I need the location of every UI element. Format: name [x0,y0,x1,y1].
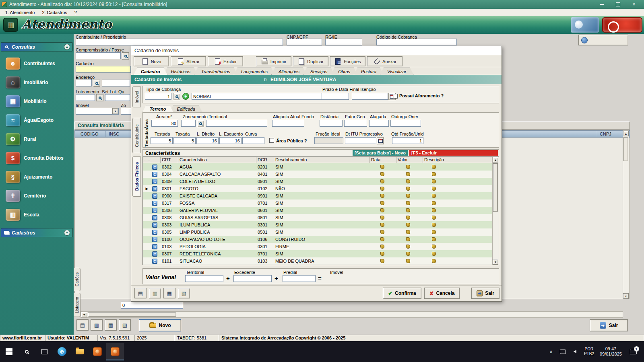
valor-stamp-icon[interactable] [406,208,410,212]
endereco-nome-input[interactable] [102,80,130,86]
taxada-input[interactable] [173,137,196,144]
descricao-stamp-icon[interactable] [432,194,436,198]
consulta-table-scrollbar[interactable] [623,130,629,299]
sidebar-section-cadastros[interactable]: Cadastros ▼ [1,228,73,237]
data-stamp-icon[interactable] [380,230,384,234]
scroll-up-icon[interactable] [493,157,498,162]
characteristic-row[interactable]: C0306GALERIA FLUVIAL0601SIM [143,207,492,214]
distancia-input[interactable] [320,120,343,127]
prazo-input[interactable] [322,93,349,100]
grid-view-button-1[interactable]: ▤ [76,319,89,331]
sidebar-item-escola[interactable]: ▥Escola [0,205,74,224]
grid-nav-button-2[interactable]: ▥ [149,288,161,298]
grid-nav-button-3[interactable]: ▦ [163,288,175,298]
toolbar-novo-button[interactable]: Novo [134,56,169,66]
dialog-sair-button[interactable]: Sair [471,288,500,299]
dt-itu-calendar-button[interactable] [377,137,384,144]
excedente-input[interactable] [233,275,272,282]
tab-postura[interactable]: Postura [354,68,384,75]
compromissario-search-button[interactable] [122,52,129,60]
data-stamp-icon[interactable] [380,245,384,249]
valor-stamp-icon[interactable] [406,194,410,198]
notification-center-button[interactable]: 1 [625,343,641,360]
valor-stamp-icon[interactable] [406,187,410,191]
endereco-search-button[interactable] [93,80,100,87]
zoneamento-codigo-input[interactable] [181,120,196,127]
dropdown-arrow-icon[interactable] [112,108,118,114]
alagada-input[interactable] [369,120,389,127]
valor-stamp-icon[interactable] [406,223,410,227]
scrollbar-thumb[interactable] [623,137,628,161]
valor-stamp-icon[interactable] [406,252,410,256]
clock[interactable]: 09:47 09/01/2025 [598,346,624,357]
data-stamp-icon[interactable] [380,208,384,212]
add-plus-icon[interactable] [182,93,189,100]
characteristic-row[interactable]: C0103PEDOLOGIA0301FIRME [143,243,492,250]
tab-servios[interactable]: Serviços [303,68,334,75]
loteamento-search-button[interactable] [96,94,103,101]
minimize-button[interactable] [597,1,606,8]
data-stamp-icon[interactable] [380,194,384,198]
compromissario-input[interactable] [76,52,121,59]
tray-keyboard-button[interactable] [558,343,568,360]
aforamento-checkbox[interactable] [393,94,398,99]
grid-scrollbar[interactable] [492,157,499,265]
data-stamp-icon[interactable] [380,223,384,227]
data-stamp-icon[interactable] [380,172,384,176]
novo-button[interactable]: Novo [139,319,181,331]
sair-button[interactable]: Sair [590,319,628,331]
zoneamento-desc-input[interactable] [206,120,267,127]
app-button-2-active[interactable] [106,343,124,360]
grid-view-button-2[interactable]: ▥ [91,319,103,331]
sidebar-item-mobilirio[interactable]: ▦Mobiliário [0,92,74,111]
sidebar-item-cemitrio[interactable]: ✝Cemitério [0,186,74,205]
tipo-cobranca-code-input[interactable] [145,93,171,100]
data-stamp-icon[interactable] [380,165,384,169]
zoneamento-search-button[interactable] [197,120,204,127]
file-explorer-button[interactable] [71,343,89,360]
sidebar-item-imobilirio[interactable]: ⌂Imobiliário [0,73,74,92]
descricao-stamp-icon[interactable] [432,165,436,169]
edge-button[interactable] [53,343,71,360]
confirma-button[interactable]: Confirma [383,288,421,299]
curva-input[interactable] [242,137,264,144]
data-stamp-icon[interactable] [380,201,384,205]
toolbar-anexar-button[interactable]: Anexar [367,56,402,66]
valor-stamp-icon[interactable] [406,201,410,205]
valor-stamp-icon[interactable] [406,230,410,234]
tray-expand-button[interactable]: ∧ [546,343,556,360]
cadastro-input[interactable] [76,66,131,73]
taskbar-search-button[interactable] [18,343,35,360]
scroll-up-icon[interactable] [623,131,629,136]
side-tab-imvel[interactable]: Imóvel [132,86,141,107]
data-stamp-icon[interactable] [380,216,384,220]
area-publica-checkbox[interactable] [269,138,274,143]
dt-itu-input[interactable] [345,137,376,144]
start-button[interactable] [0,343,18,360]
descricao-stamp-icon[interactable] [432,245,436,249]
data-stamp-icon[interactable] [380,252,384,256]
descricao-stamp-icon[interactable] [432,172,436,176]
data-stamp-icon[interactable] [380,259,384,263]
fracao-ideal-input[interactable] [314,137,343,144]
language-indicator[interactable]: POR PTB2 [582,347,596,356]
sidebar-item-ajuizamento[interactable]: §Ajuizamento [0,167,74,186]
tab-histricos[interactable]: Históricos [164,68,198,75]
menu-item-[interactable]: ? [71,10,80,15]
characteristic-row[interactable]: C0308GUIAS SARGETAS0801SIM [143,214,492,221]
descricao-stamp-icon[interactable] [432,216,436,220]
scroll-down-icon[interactable] [623,293,629,299]
outorga-input[interactable] [390,120,421,127]
horizontal-scrollbar[interactable] [80,311,623,318]
testada-input[interactable] [151,137,173,144]
descricao-stamp-icon[interactable] [432,187,436,191]
tab-transferncias[interactable]: Transferências [194,68,237,75]
descricao-stamp-icon[interactable] [432,252,436,256]
scroll-down-icon[interactable] [493,259,498,265]
toolbar-imprimir-button[interactable]: Imprimir [256,56,291,66]
toolbar-duplicar-button[interactable]: Duplicar [293,56,328,66]
maximize-button[interactable] [613,1,622,8]
area-m2-input[interactable] [151,120,178,127]
grid-view-button-4[interactable]: ▧ [119,319,131,331]
qtd-fracao-input[interactable] [392,137,423,144]
